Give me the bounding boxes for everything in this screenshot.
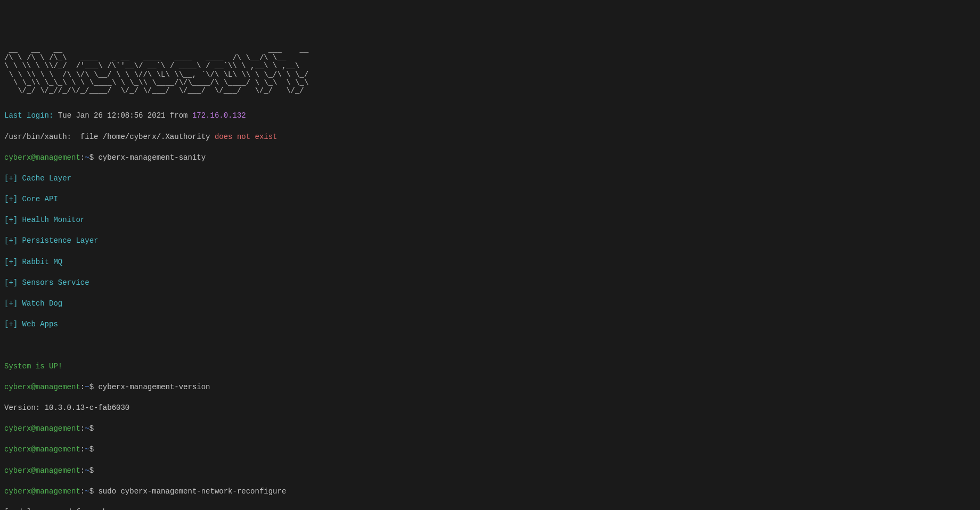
prompt-sep: : [80, 153, 85, 162]
system-up: System is UP! [4, 361, 976, 372]
prompt-sep: : [80, 424, 85, 433]
prompt-path: ~ [85, 487, 89, 496]
prompt-sym: $ [89, 466, 94, 475]
version-output: Version: 10.3.0.13-c-fab6030 [4, 403, 976, 414]
prompt-path: ~ [85, 424, 89, 433]
cmd-reconfig: sudo cyberx-management-network-reconfigu… [98, 487, 286, 496]
last-login-label: Last login: [4, 111, 53, 120]
prompt-sanity: cyberx@management:~$ cyberx-management-s… [4, 153, 976, 163]
prompt-path: ~ [85, 153, 89, 162]
prompt-empty3: cyberx@management:~$ [4, 466, 976, 476]
prompt-sym: $ [89, 153, 99, 162]
terminal[interactable]: __ __ __ ___ __ /\ \ /\ \ /\_\ ____ _ __… [4, 46, 976, 510]
sanity-health: [+] Health Monitor [4, 215, 976, 226]
xauth-line: /usr/bin/xauth: file /home/cyberx/.Xauth… [4, 132, 976, 143]
sanity-rabbit: [+] Rabbit MQ [4, 257, 976, 268]
last-login-line: Last login: Tue Jan 26 12:08:56 2021 fro… [4, 111, 976, 121]
prompt-path: ~ [85, 466, 89, 475]
xauth-path: /usr/bin/xauth: file /home/cyberx/.Xauth… [4, 133, 215, 141]
prompt-sym: $ [89, 424, 94, 433]
prompt-sym: $ [89, 487, 99, 496]
prompt-sep: : [80, 466, 85, 475]
prompt-path: ~ [85, 445, 89, 454]
cmd-sanity: cyberx-management-sanity [98, 153, 206, 162]
sanity-coreapi: [+] Core API [4, 194, 976, 205]
prompt-empty1: cyberx@management:~$ [4, 424, 976, 434]
prompt-sep: : [80, 383, 85, 391]
sanity-persist: [+] Persistence Layer [4, 236, 976, 246]
sanity-webapps: [+] Web Apps [4, 319, 976, 330]
ascii-logo: __ __ __ ___ __ /\ \ /\ \ /\_\ ____ _ __… [4, 46, 976, 95]
prompt-reconfig: cyberx@management:~$ sudo cyberx-managem… [4, 487, 976, 497]
login-date-text: Tue Jan 26 12:08:56 2021 from [58, 111, 192, 120]
prompt-user: cyberx@management [4, 424, 80, 433]
prompt-user: cyberx@management [4, 445, 80, 454]
prompt-user: cyberx@management [4, 466, 80, 475]
blank [4, 340, 976, 351]
prompt-user: cyberx@management [4, 487, 80, 496]
login-ip: 172.16.0.132 [192, 111, 246, 120]
sanity-watchdog: [+] Watch Dog [4, 299, 976, 309]
prompt-path: ~ [85, 383, 89, 391]
cmd-version: cyberx-management-version [98, 383, 210, 391]
prompt-sep: : [80, 487, 85, 496]
prompt-user: cyberx@management [4, 383, 80, 391]
xauth-error: does not exist [215, 133, 277, 141]
prompt-version: cyberx@management:~$ cyberx-management-v… [4, 382, 976, 393]
prompt-empty2: cyberx@management:~$ [4, 445, 976, 455]
sanity-cache: [+] Cache Layer [4, 174, 976, 184]
sanity-sensors: [+] Sensors Service [4, 278, 976, 289]
prompt-sym: $ [89, 383, 99, 391]
login-date [53, 111, 58, 120]
prompt-sym: $ [89, 445, 94, 454]
prompt-user: cyberx@management [4, 153, 80, 162]
sudo-password: [sudo] password for cyberx: [4, 507, 976, 510]
prompt-sep: : [80, 445, 85, 454]
